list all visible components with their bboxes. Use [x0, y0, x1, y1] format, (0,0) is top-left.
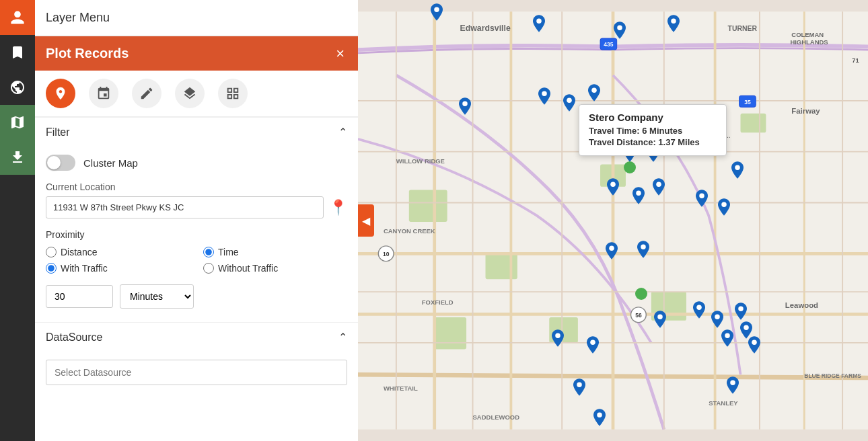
svg-text:Edwardsville: Edwardsville — [460, 24, 511, 33]
map-pin-17[interactable] — [718, 198, 730, 218]
sidebar-download-icon[interactable] — [0, 140, 35, 175]
map-pin-3[interactable] — [614, 22, 626, 42]
map-pin-26[interactable] — [721, 329, 733, 350]
svg-text:STANLEY: STANLEY — [709, 399, 738, 407]
green-pin-2 — [635, 288, 647, 303]
map-pin-1[interactable] — [431, 3, 443, 24]
svg-point-62 — [641, 245, 646, 250]
map-pin-14[interactable] — [632, 187, 645, 207]
svg-point-67 — [696, 305, 702, 311]
map-pin-5[interactable] — [459, 97, 471, 118]
svg-text:Leawood: Leawood — [785, 301, 818, 309]
cluster-map-toggle[interactable] — [46, 155, 75, 171]
travel-time-value: 6 Minutes — [642, 126, 682, 136]
datasource-collapse-icon: ⌃ — [338, 331, 347, 344]
svg-point-65 — [590, 340, 595, 346]
unit-select[interactable]: Minutes Hours — [120, 284, 194, 309]
map-pin-20[interactable] — [552, 329, 564, 350]
map-pin-29[interactable] — [573, 378, 585, 399]
value-input[interactable] — [46, 285, 113, 308]
time-radio[interactable] — [203, 247, 214, 257]
svg-text:10: 10 — [383, 251, 390, 257]
without-traffic-radio-label[interactable]: Without Traffic — [203, 263, 347, 274]
svg-point-74 — [730, 380, 735, 386]
value-row: Minutes Hours — [46, 284, 347, 309]
svg-point-49 — [591, 88, 597, 93]
map-pin-6[interactable] — [538, 87, 550, 108]
map-pin-4[interactable] — [667, 15, 680, 35]
map-pin-23[interactable] — [693, 301, 705, 321]
with-traffic-radio[interactable] — [46, 263, 57, 274]
sidebar-globe-icon[interactable] — [0, 70, 35, 105]
datasource-label: DataSource — [46, 331, 103, 344]
datasource-section-header[interactable]: DataSource ⌃ — [35, 322, 358, 352]
tab-edit[interactable] — [132, 79, 161, 108]
time-radio-label[interactable]: Time — [203, 247, 347, 257]
map-pin-22[interactable] — [654, 311, 666, 331]
sidebar-person-icon[interactable] — [0, 0, 35, 35]
map-pin-30[interactable] — [727, 376, 739, 397]
sidebar-bookmark-icon[interactable] — [0, 35, 35, 70]
map-area[interactable]: ◀ — [358, 0, 868, 441]
map-pin-18[interactable] — [606, 242, 618, 262]
map-pin-7[interactable] — [563, 94, 575, 114]
svg-point-71 — [744, 325, 749, 331]
tab-pin[interactable] — [89, 79, 118, 108]
svg-point-59 — [721, 202, 727, 208]
tab-layers[interactable] — [175, 79, 205, 108]
svg-text:SADDLEWOOD: SADDLEWOOD — [473, 413, 520, 421]
map-pin-19[interactable] — [637, 241, 649, 261]
location-pin-icon[interactable]: 📍 — [329, 199, 347, 216]
map-pin-12[interactable] — [731, 161, 744, 182]
plot-records-header: Plot Records × — [35, 36, 358, 71]
svg-point-72 — [752, 340, 757, 346]
filter-section-content: Cluster Map Current Location 📍 Proximity… — [35, 147, 358, 322]
datasource-section-content — [35, 352, 358, 399]
without-traffic-radio[interactable] — [203, 263, 214, 274]
datasource-input[interactable] — [46, 360, 347, 385]
map-pin-24[interactable] — [711, 311, 723, 331]
map-pin-13[interactable] — [607, 178, 619, 198]
sidebar-map-icon[interactable] — [0, 105, 35, 140]
map-pin-8[interactable] — [588, 84, 600, 104]
filter-section-header[interactable]: Filter ⌃ — [35, 117, 358, 147]
popup-travel-time: Travel Time: 6 Minutes — [589, 126, 717, 136]
tab-location[interactable] — [46, 79, 75, 108]
svg-point-44 — [617, 26, 622, 31]
svg-text:WHITETAIL: WHITETAIL — [384, 385, 418, 392]
svg-point-69 — [738, 307, 744, 312]
map-pin-16[interactable] — [696, 190, 708, 210]
sidebar — [0, 0, 35, 441]
tab-grid[interactable] — [218, 79, 248, 108]
proximity-radio-grid: Distance Time With Traffic Without Traff… — [46, 247, 347, 274]
svg-text:435: 435 — [604, 41, 613, 48]
with-traffic-radio-label[interactable]: With Traffic — [46, 263, 190, 274]
map-pin-21[interactable] — [587, 336, 599, 356]
svg-text:FOXFIELD: FOXFIELD — [422, 298, 454, 306]
distance-radio[interactable] — [46, 247, 57, 257]
map-pin-31[interactable] — [593, 409, 606, 429]
svg-rect-7 — [435, 317, 466, 349]
map-pin-25[interactable] — [735, 303, 747, 323]
travel-time-label: Travel Time: — [589, 126, 640, 136]
map-pin-2[interactable] — [533, 15, 545, 35]
proximity-label: Proximity — [46, 229, 347, 240]
svg-text:WILLOW RIDGE: WILLOW RIDGE — [396, 157, 445, 165]
map-pin-15[interactable] — [653, 178, 665, 198]
svg-text:71: 71 — [852, 56, 859, 64]
travel-distance-label: Travel Distance: — [589, 137, 656, 147]
distance-radio-label[interactable]: Distance — [46, 247, 190, 257]
filter-label: Filter — [46, 126, 70, 138]
layer-menu-header: Layer Menu — [35, 0, 358, 36]
svg-point-70 — [725, 333, 730, 339]
svg-point-63 — [635, 288, 647, 300]
svg-point-68 — [715, 315, 720, 320]
location-input[interactable] — [46, 196, 324, 218]
popup-company: Stero Company — [589, 112, 717, 123]
close-button[interactable]: × — [333, 46, 347, 61]
svg-point-66 — [657, 315, 663, 320]
map-pin-28[interactable] — [748, 336, 760, 356]
map-toggle-button[interactable]: ◀ — [358, 204, 374, 237]
svg-text:BLUE RIDGE FARMS: BLUE RIDGE FARMS — [804, 372, 861, 379]
svg-point-64 — [555, 333, 560, 339]
